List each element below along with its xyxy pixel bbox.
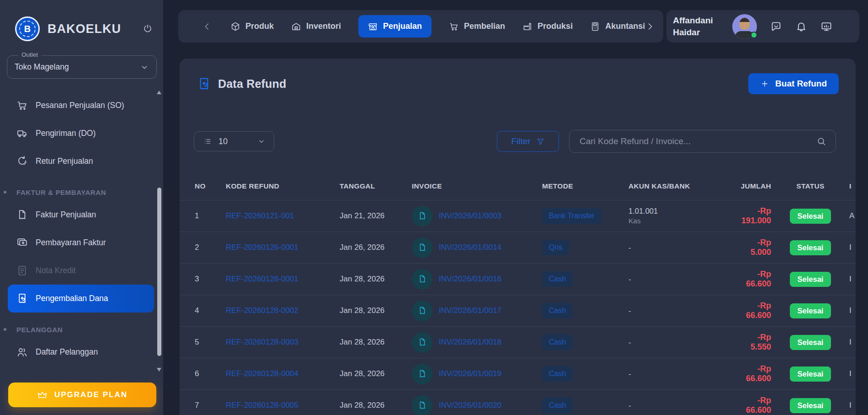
chat-icon[interactable]	[770, 21, 782, 32]
row-akun: 1.01.001 Kas	[628, 207, 735, 225]
sidebar-item-faktur-penjualan[interactable]: Faktur Penjualan	[8, 201, 154, 229]
tab-inventori[interactable]: Inventori	[291, 15, 341, 38]
row-invoice: INV/2026/01/0003	[412, 206, 542, 226]
invoice-file-icon	[412, 206, 432, 226]
invoice-link[interactable]: INV/2026/01/0014	[439, 243, 501, 252]
col-metode: METODE	[542, 182, 628, 190]
row-akun: -	[628, 307, 735, 315]
row-tanggal: Jan 28, 2026	[340, 338, 412, 347]
akun-name: Kas	[628, 217, 735, 225]
nav-back-chevron-icon[interactable]	[202, 22, 212, 32]
invoice-link[interactable]: INV/2026/01/0003	[439, 211, 501, 221]
scrollbar-thumb[interactable]	[157, 188, 161, 356]
upgrade-plan-button[interactable]: UPGRADE PLAN	[8, 383, 156, 407]
refund-code-link[interactable]: REF-20260128-0001	[226, 275, 340, 284]
user-name-line1: Affandani	[673, 15, 713, 27]
row-clipped-fragment: A	[844, 211, 856, 221]
refund-receipt-icon	[197, 77, 211, 91]
display-icon[interactable]	[820, 21, 832, 32]
row-clipped-fragment: I	[844, 243, 856, 252]
row-metode: Bank Transfer	[542, 208, 628, 224]
metode-badge: Cash	[542, 271, 573, 287]
table-row: 4 REF-20260128-0002 Jan 28, 2026 INV/202…	[180, 295, 856, 327]
sidebar-item-pesanan-penjualan[interactable]: Pesanan Penjualan (SO)	[8, 92, 154, 119]
avatar[interactable]	[732, 14, 757, 39]
file-icon	[16, 209, 28, 221]
akun-code: -	[628, 275, 735, 284]
sidebar-item-pengiriman[interactable]: Pengiriman (DO)	[8, 119, 154, 147]
sidebar-item-daftar-pelanggan[interactable]: Daftar Pelanggan	[8, 338, 154, 366]
row-no: 4	[195, 306, 226, 315]
row-tanggal: Jan 26, 2026	[340, 243, 412, 252]
user-bar: Affandani Haidar	[666, 10, 859, 43]
module-nav-bar: Produk Inventori Penjualan Pembelian Pro…	[178, 10, 663, 43]
refund-code-link[interactable]: REF-20260128-0005	[226, 401, 340, 410]
table-row: 5 REF-20260128-0003 Jan 28, 2026 INV/202…	[180, 327, 856, 358]
bell-icon[interactable]	[795, 21, 807, 32]
page-size-select[interactable]: 10	[194, 131, 274, 151]
col-invoice: INVOICE	[412, 182, 542, 190]
col-kode: KODE REFUND	[226, 182, 340, 190]
metode-badge: Cash	[542, 303, 573, 318]
brand-name: BAKOELKU	[48, 22, 121, 36]
refund-code-link[interactable]: REF-20260128-0003	[226, 338, 340, 347]
scroll-up-arrow-icon[interactable]	[157, 91, 161, 94]
metode-badge: Bank Transfer	[542, 208, 602, 224]
nav-forward-chevron-icon[interactable]	[645, 22, 655, 32]
row-invoice: INV/2026/01/0019	[412, 364, 542, 384]
tab-penjualan[interactable]: Penjualan	[358, 15, 431, 38]
funnel-icon	[536, 137, 545, 146]
refund-table: NO KODE REFUND TANGGAL INVOICE METODE AK…	[180, 172, 856, 415]
refund-code-link[interactable]: REF-20260128-0002	[226, 306, 340, 315]
scroll-down-arrow-icon[interactable]	[157, 368, 161, 372]
invoice-link[interactable]: INV/2026/01/0017	[439, 306, 501, 315]
table-row: 7 REF-20260128-0005 Jan 28, 2026 INV/202…	[180, 390, 856, 415]
row-no: 7	[195, 401, 226, 410]
online-status-dot	[751, 32, 757, 38]
tab-produksi[interactable]: Produksi	[522, 15, 573, 38]
col-akun: AKUN KAS/BANK	[628, 182, 735, 190]
tab-produk[interactable]: Produk	[230, 15, 274, 38]
row-metode: Qris	[542, 240, 628, 255]
invoice-link[interactable]: INV/2026/01/0020	[439, 401, 501, 410]
tab-pembelian[interactable]: Pembelian	[449, 15, 505, 38]
sidebar-item-retur-penjualan[interactable]: Retur Penjualan	[8, 147, 154, 175]
sidebar-item-pengembalian-dana[interactable]: Pengembalian Dana	[8, 285, 154, 313]
user-name: Affandani Haidar	[673, 15, 713, 38]
sidebar-item-pembayaran-faktur[interactable]: Pembayaran Faktur	[8, 229, 154, 257]
sidebar-item-nota-kredit[interactable]: Nota Kredit	[8, 257, 154, 285]
refund-code-link[interactable]: REF-20260121-001	[226, 211, 340, 221]
list-icon	[203, 137, 213, 146]
refund-code-link[interactable]: REF-20260128-0004	[226, 369, 340, 378]
outlet-select[interactable]: Outlet Toko Magelang	[7, 55, 157, 79]
search-input[interactable]	[579, 136, 816, 147]
upgrade-plan-label: UPGRADE PLAN	[54, 390, 128, 399]
sidebar-nav: Pesanan Penjualan (SO) Pengiriman (DO) R…	[0, 92, 163, 366]
metode-badge: Qris	[542, 240, 569, 255]
metode-badge: Cash	[542, 366, 573, 382]
row-status: Selesai	[777, 209, 844, 224]
sidebar-scrollbar[interactable]	[157, 91, 162, 372]
status-badge: Selesai	[790, 366, 831, 382]
retur-icon	[16, 156, 28, 167]
invoice-link[interactable]: INV/2026/01/0016	[439, 275, 501, 284]
filter-button[interactable]: Filter	[497, 131, 559, 152]
invoice-link[interactable]: INV/2026/01/0018	[439, 338, 501, 347]
power-icon[interactable]	[142, 23, 153, 34]
row-no: 1	[195, 211, 226, 221]
cart-icon	[16, 100, 28, 111]
tab-akuntansi[interactable]: Akuntansi	[590, 15, 645, 38]
create-refund-button[interactable]: Buat Refund	[748, 73, 839, 94]
row-tanggal: Jan 28, 2026	[340, 275, 412, 284]
search-icon[interactable]	[816, 136, 826, 146]
row-tanggal: Jan 28, 2026	[340, 369, 412, 378]
invoice-file-icon	[412, 332, 432, 353]
invoice-link[interactable]: INV/2026/01/0019	[439, 369, 501, 378]
receipt-refund-icon	[16, 293, 28, 304]
row-clipped-fragment: I	[844, 306, 856, 315]
refund-code-link[interactable]: REF-20260126-0001	[226, 243, 340, 252]
sidebar: B BAKOELKU Outlet Toko Magelang Pesanan …	[0, 0, 163, 415]
akun-code: -	[628, 401, 735, 410]
row-no: 3	[195, 275, 226, 284]
row-tanggal: Jan 28, 2026	[340, 306, 412, 315]
